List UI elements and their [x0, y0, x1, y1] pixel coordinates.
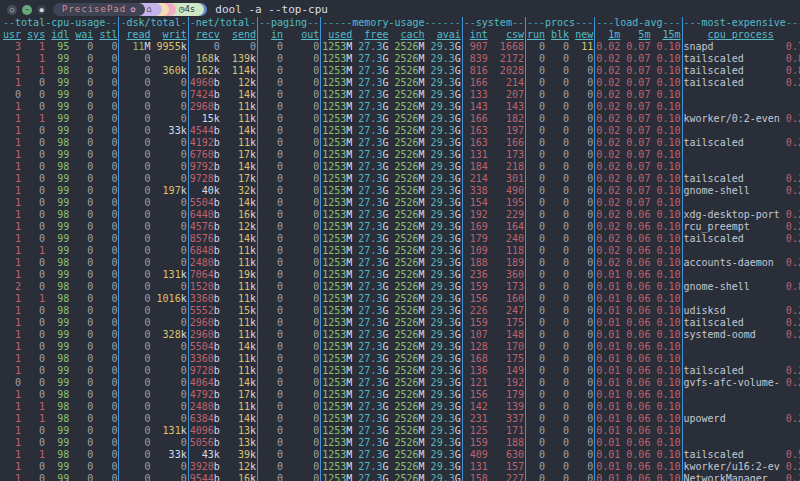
- timer-value: 4s: [184, 4, 195, 14]
- table-row: 159 173: [464, 281, 524, 293]
- window-button-record[interactable]: ●: [37, 5, 46, 14]
- table-row: 0 0: [120, 305, 186, 317]
- table-row: 163 197: [464, 125, 524, 137]
- table-row: 0.01 0.06 0.10: [596, 437, 680, 449]
- table-row: 0 0: [120, 173, 186, 185]
- table-row: 0 0 99 0 0: [3, 89, 117, 101]
- table-row: 2480b 11k: [190, 401, 256, 413]
- table-row: 1253M 27.3G 2526M 29.3G: [322, 257, 461, 269]
- table-row: 1253M 27.3G 2526M 29.3G: [322, 293, 461, 305]
- table-row: 1253M 27.3G 2526M 29.3G: [322, 305, 461, 317]
- group-load: ---load-avg--- 1m 5m 15m0.02 0.07 0.100.…: [594, 17, 681, 481]
- table-row: 0.02 0.07 0.10: [596, 53, 680, 65]
- table-row: 0 0: [259, 245, 319, 257]
- table-row: 9728b 17k: [190, 173, 256, 185]
- column-headers-procs: run blk new: [527, 29, 593, 41]
- table-row: 1253M 27.3G 2526M 29.3G: [322, 473, 461, 481]
- table-row: 0 360k: [120, 65, 186, 77]
- table-row: 0 0 0: [527, 377, 593, 389]
- table-row: kworker/u16:2-ev 0.2: [684, 461, 799, 473]
- table-row: 131 173: [464, 149, 524, 161]
- table-row: 1253M 27.3G 2526M 29.3G: [322, 209, 461, 221]
- table-row: 4960b 12k: [190, 77, 256, 89]
- session-title-pill: PrecisePad✿: [53, 3, 145, 16]
- table-row: 1 0 99 0 0: [3, 461, 117, 473]
- table-row: 1 0 99 0 0: [3, 317, 117, 329]
- table-row: 816 2028: [464, 65, 524, 77]
- table-row: 168 175: [464, 353, 524, 365]
- table-row: 1 0 98 0 0: [3, 257, 117, 269]
- statusline-segments: ⌂ ◷4s: [145, 3, 208, 16]
- table-row: 0 0: [190, 41, 256, 53]
- table-row: 0 0: [259, 281, 319, 293]
- table-row: 0.01 0.06 0.10: [596, 365, 680, 377]
- window-button-menu[interactable]: ○: [7, 5, 17, 15]
- table-row: 0 0 0: [527, 293, 593, 305]
- table-row: 0.02 0.06 0.10: [596, 209, 680, 221]
- table-row: xdg-desktop-port 0.2: [684, 209, 799, 221]
- table-row: 0 0: [259, 113, 319, 125]
- table-row: 1253M 27.3G 2526M 29.3G: [322, 53, 461, 65]
- table-row: 0.02 0.07 0.10: [596, 185, 680, 197]
- table-row: 0 0: [259, 365, 319, 377]
- table-row: 0.01 0.06 0.10: [596, 461, 680, 473]
- table-row: 0 0: [259, 425, 319, 437]
- table-row: 0 0 0: [527, 305, 593, 317]
- table-row: 0 0: [259, 329, 319, 341]
- table-row: 7424b 14k: [190, 89, 256, 101]
- table-row: 0 0 0: [527, 461, 593, 473]
- table-row: 0 0: [120, 353, 186, 365]
- table-row: 0 0: [120, 113, 186, 125]
- table-row: 1253M 27.3G 2526M 29.3G: [322, 281, 461, 293]
- table-row: 1253M 27.3G 2526M 29.3G: [322, 173, 461, 185]
- table-row: 0 0: [120, 317, 186, 329]
- table-row: 0 131k: [120, 425, 186, 437]
- table-row: 236 360: [464, 269, 524, 281]
- table-row: 5504b 14k: [190, 341, 256, 353]
- table-row: 0 0 0: [527, 89, 593, 101]
- table-row: 0 0: [259, 41, 319, 53]
- table-row: 0.02 0.07 0.10: [596, 161, 680, 173]
- table-row: [684, 245, 799, 257]
- table-row: 1253M 27.3G 2526M 29.3G: [322, 389, 461, 401]
- table-row: 0.02 0.07 0.10: [596, 65, 680, 77]
- table-row: 0 0: [259, 377, 319, 389]
- table-row: 0 328k: [120, 329, 186, 341]
- table-row: 0 0: [259, 449, 319, 461]
- table-row: 0 0 0: [527, 221, 593, 233]
- table-row: 1520b 11k: [190, 281, 256, 293]
- table-row: 226 247: [464, 305, 524, 317]
- table-row: 0.01 0.06 0.10: [596, 293, 680, 305]
- table-row: 1 0 98 0 0: [3, 389, 117, 401]
- table-row: 0 0: [259, 341, 319, 353]
- table-row: 40k 32k: [190, 185, 256, 197]
- table-row: 0 0: [120, 281, 186, 293]
- table-row: 0 0 0: [527, 389, 593, 401]
- table-row: 1 0 99 0 0: [3, 173, 117, 185]
- table-row: 0 0: [259, 125, 319, 137]
- table-row: 0 0: [120, 77, 186, 89]
- table-row: 0 0: [259, 353, 319, 365]
- table-row: 5056b 13k: [190, 437, 256, 449]
- terminal-window[interactable]: ○ − ● PrecisePad✿ ⌂ ◷4s dool -a --top-cp…: [0, 0, 800, 481]
- table-row: 0 0: [120, 437, 186, 449]
- table-row: 0 0: [120, 233, 186, 245]
- table-row: 0 131k: [120, 269, 186, 281]
- table-row: 0.02 0.07 0.10: [596, 77, 680, 89]
- group-dsk: -dsk/total- read writ 11M 9955k 0 0 0 36…: [118, 17, 187, 481]
- table-row: 1253M 27.3G 2526M 29.3G: [322, 317, 461, 329]
- window-button-minimize[interactable]: −: [22, 5, 32, 15]
- table-row: 0 0: [120, 377, 186, 389]
- table-row: 0.02 0.07 0.10: [596, 41, 680, 53]
- table-row: systemd-oomd 0.2: [684, 329, 799, 341]
- table-row: 1253M 27.3G 2526M 29.3G: [322, 65, 461, 77]
- table-row: 1253M 27.3G 2526M 29.3G: [322, 149, 461, 161]
- table-row: 3360b 11k: [190, 353, 256, 365]
- table-row: 159 175: [464, 317, 524, 329]
- table-row: 1 1 98 0 0: [3, 293, 117, 305]
- group-net: -net/total- recv send 0 0 168k 139k 162k…: [188, 17, 257, 481]
- table-row: 1 0 98 0 0: [3, 305, 117, 317]
- table-row: 0.01 0.06 0.10: [596, 329, 680, 341]
- table-row: 0.02 0.07 0.10: [596, 89, 680, 101]
- terminal-topbar: ○ − ● PrecisePad✿ ⌂ ◷4s dool -a --top-cp…: [0, 0, 800, 17]
